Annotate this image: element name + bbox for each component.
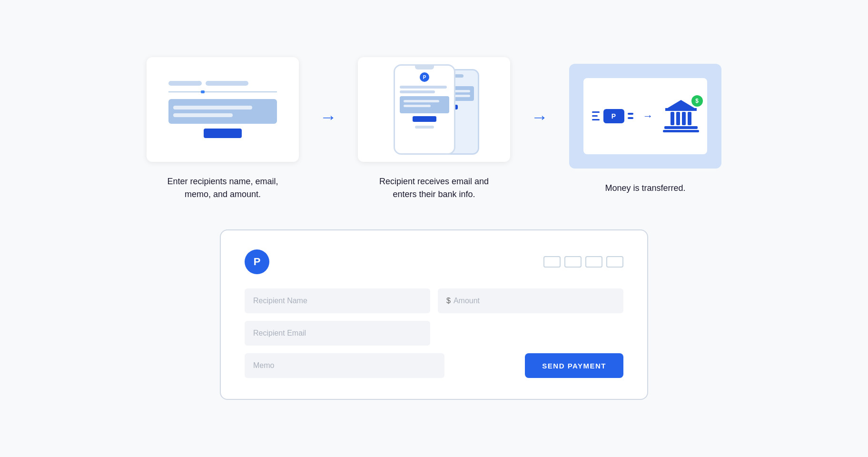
step-2: P Recipient receives email and enters th… [348,57,520,201]
plug-lines [592,111,600,120]
logo-circle: P [245,249,269,274]
step-3-illustration: P → $ [569,64,721,169]
pf-content [400,96,449,113]
page-wrapper: Enter recipients name, email, memo, and … [0,0,868,457]
pf-btn [413,116,436,122]
transfer-arrow: → [643,110,653,122]
bank-step [663,130,699,132]
form-bottom-row: SEND PAYMENT [245,353,623,378]
transfer-inner: P → $ [583,78,707,154]
phone-home [415,126,434,129]
steps-row: Enter recipients name, email, memo, and … [101,57,767,201]
phone-logo-letter: P [423,75,426,80]
step-3: P → $ [560,64,731,195]
mock-line-1 [173,106,252,109]
memo-input[interactable] [245,353,444,378]
plug-body: P [603,109,624,123]
card-icon-4 [606,256,623,268]
form-fields: $ [245,288,623,346]
mock-content-box [168,99,277,124]
recipient-email-input[interactable] [245,321,430,346]
phone-mockup: P [403,64,465,155]
pf-line1 [404,100,439,102]
bank-col-3 [682,112,686,125]
plug-icon: P [592,109,633,123]
mock-pill-1 [168,81,202,86]
phone-front: P [394,64,455,155]
plug-letter: P [612,112,616,120]
form-card-header: P [245,249,623,274]
empty-cell [438,321,623,346]
recipient-name-input[interactable] [245,288,430,313]
pf-bar1 [400,86,447,89]
step-3-caption: Money is transferred. [605,182,685,195]
phone-notch [415,66,434,70]
bank-col-1 [671,112,674,125]
card-icon-1 [543,256,561,268]
bank-columns [671,112,691,125]
arrow-1: → [320,109,337,126]
step-1: Enter recipients name, email, memo, and … [137,57,308,201]
card-icon-3 [585,256,602,268]
amount-prefix: $ [446,297,451,305]
amount-field[interactable]: $ [438,288,623,313]
pf-bar2 [400,90,435,93]
mock-line-2 [173,113,233,117]
plug-line-1 [592,111,600,113]
mock-btn [204,129,242,138]
plug-line-2 [592,115,598,117]
payment-form-card: P $ [220,229,648,400]
mock-pill-2 [206,81,248,86]
bank-col-4 [688,112,691,125]
step-2-caption: Recipient receives email and enters thei… [367,175,501,201]
mock-divider [168,91,277,92]
plug-prong-1 [628,113,633,115]
form-mockup [161,73,285,146]
arrow-2: → [531,109,548,126]
step-1-caption: Enter recipients name, email, memo, and … [156,175,289,201]
dollar-sign: $ [695,98,699,104]
bank-base [664,126,698,129]
bank-roof [667,100,695,109]
recipient-name-field[interactable] [245,288,430,313]
bank-col-2 [676,112,680,125]
bank-dollar: $ [691,95,703,107]
plug-prong-2 [628,117,633,119]
phone-logo: P [420,72,429,82]
card-icon-2 [564,256,582,268]
bank-icon: $ [663,100,699,132]
amount-input[interactable] [454,297,615,305]
recipient-email-field[interactable] [245,321,430,346]
send-payment-button[interactable]: SEND PAYMENT [525,353,623,378]
logo-letter: P [254,256,261,268]
plug-prongs [628,113,633,119]
step-2-illustration: P [358,57,510,162]
bank-roof-top [665,108,697,111]
plug-line-3 [592,119,600,120]
card-icons [543,256,623,268]
mock-header [168,81,277,86]
pf-line2 [404,105,431,107]
step-1-illustration [147,57,299,162]
